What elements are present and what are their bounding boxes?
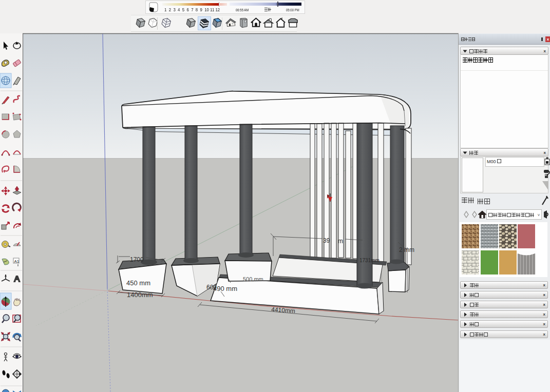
svg-text:1700: 1700 [130,256,144,263]
svg-text:2 mm: 2 mm [399,246,414,253]
svg-text:1731mm: 1731mm [359,258,380,263]
svg-text:A1: A1 [14,259,20,264]
svg-text:490 mm: 490 mm [213,285,237,292]
svg-text:1400mm: 1400mm [127,291,153,299]
svg-text:39: 39 [323,237,330,244]
svg-text:500 mm: 500 mm [243,276,263,282]
svg-text:m: m [338,238,343,245]
svg-text:450 mm: 450 mm [126,279,150,287]
